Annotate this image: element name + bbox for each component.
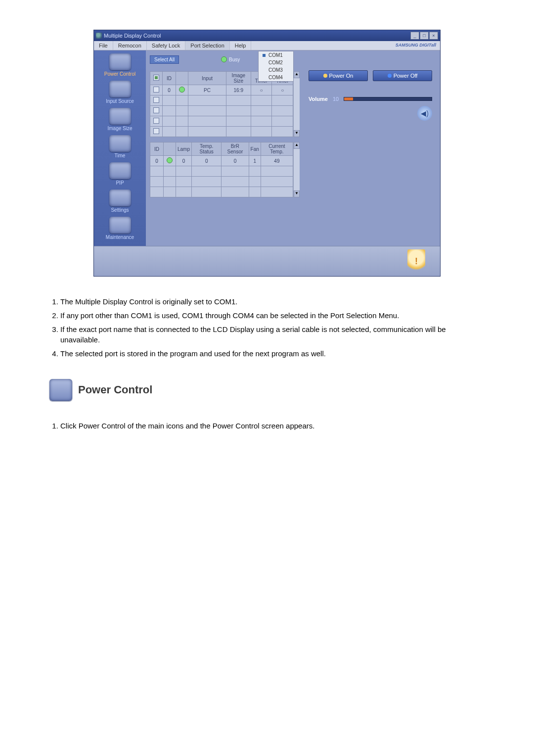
col-fan: Fan	[249, 142, 261, 156]
doc-item: The Multiple Display Control is original…	[60, 296, 485, 307]
app-window: Multiple Display Control _ □ × File Remo…	[93, 30, 441, 277]
app-icon	[96, 33, 102, 39]
table-row	[150, 187, 293, 197]
section-title: Power Control	[78, 383, 152, 396]
port-option-com1[interactable]: COM1	[259, 51, 293, 59]
minimize-button[interactable]: _	[410, 32, 419, 40]
table-row	[150, 116, 293, 127]
sidebar-item-power-control[interactable]: Power Control	[94, 50, 146, 78]
sidebar-item-image-size[interactable]: Image Size	[94, 105, 146, 132]
table-scrollbar[interactable]: ▲ ▼	[293, 71, 300, 137]
scroll-up-icon[interactable]: ▲	[294, 142, 300, 149]
col-brr-sensor: BrR Sensor	[222, 142, 249, 156]
menu-help[interactable]: Help	[230, 41, 252, 50]
pip-icon	[109, 162, 131, 179]
select-all-button[interactable]: Select All	[150, 55, 179, 64]
settings-icon	[109, 189, 131, 206]
power-on-label: Power On	[329, 73, 354, 79]
menu-safety-lock[interactable]: Safety Lock	[147, 41, 185, 50]
doc-item: If the exact port name that is connected…	[60, 324, 485, 346]
cell-off-timer: ○	[272, 85, 293, 95]
table-row	[150, 177, 293, 187]
cell-id: 0	[150, 156, 164, 166]
sidebar-item-settings[interactable]: Settings	[94, 187, 146, 214]
volume-fill	[344, 97, 353, 100]
header-checkbox[interactable]	[153, 75, 159, 81]
col-id: ID	[163, 72, 176, 85]
brand-label: SAMSUNG DIGITall	[396, 43, 436, 47]
power-off-dot-icon	[388, 74, 392, 78]
volume-value: 10	[333, 96, 339, 102]
scroll-down-icon[interactable]: ▼	[294, 130, 300, 137]
volume-label: Volume	[309, 96, 328, 102]
menu-remocon[interactable]: Remocon	[113, 41, 147, 50]
cell-input: PC	[188, 85, 226, 95]
sidebar-item-input-source[interactable]: Input Source	[94, 78, 146, 105]
table-scrollbar[interactable]: ▲ ▼	[293, 142, 300, 197]
cell-current-temp: 49	[261, 156, 293, 166]
warning-bulb-icon	[407, 249, 425, 273]
cell-on-timer: ○	[251, 85, 272, 95]
status-bar	[94, 246, 440, 276]
power-control-icon	[109, 53, 131, 70]
menubar: File Remocon Safety Lock Port Selection …	[94, 41, 440, 50]
volume-slider[interactable]	[344, 97, 432, 101]
doc-text-1: The Multiple Display Control is original…	[49, 296, 485, 359]
cell-lamp: 0	[176, 156, 192, 166]
menu-file[interactable]: File	[94, 41, 113, 50]
sidebar: Power Control Input Source Image Size Ti…	[94, 50, 146, 246]
row-checkbox[interactable]	[153, 87, 159, 93]
titlebar: Multiple Display Control _ □ ×	[94, 30, 440, 41]
sidebar-item-maintenance[interactable]: Maintenance	[94, 214, 146, 241]
scroll-up-icon[interactable]: ▲	[294, 71, 300, 78]
port-option-com4[interactable]: COM4	[259, 74, 293, 81]
sidebar-item-time[interactable]: Time	[94, 132, 146, 159]
power-control-section-icon	[49, 379, 72, 401]
image-size-icon	[109, 108, 131, 125]
cell-id: 0	[163, 85, 176, 95]
maximize-button[interactable]: □	[420, 32, 429, 40]
busy-label: Busy	[229, 57, 240, 62]
table-row	[150, 127, 293, 137]
col-current-temp: Current Temp.	[261, 142, 293, 156]
time-icon	[109, 135, 131, 152]
power-panel: Power On Power Off Volume 10 ◀)	[304, 50, 440, 246]
table-row	[150, 95, 293, 106]
doc-text-2: Click Power Control of the main icons an…	[49, 421, 485, 431]
section-header: Power Control	[49, 379, 485, 401]
table-row[interactable]: 0 0 0 0 1 49	[150, 156, 293, 166]
cell-fan: 1	[249, 156, 261, 166]
window-title: Multiple Display Control	[104, 33, 161, 39]
sidebar-item-pip[interactable]: PIP	[94, 159, 146, 187]
table-row	[150, 106, 293, 116]
table-row	[150, 166, 293, 177]
doc-item: Click Power Control of the main icons an…	[60, 421, 485, 431]
port-option-com3[interactable]: COM3	[259, 66, 293, 74]
close-button[interactable]: ×	[429, 32, 438, 40]
cell-image-size: 16:9	[226, 85, 251, 95]
cell-brr: 0	[222, 156, 249, 166]
table-row[interactable]: 0 PC 16:9 ○ ○	[150, 85, 293, 95]
menu-port-selection[interactable]: Port Selection	[185, 41, 229, 50]
busy-indicator: Busy	[221, 56, 240, 62]
status-dot-icon	[179, 87, 185, 93]
power-on-button[interactable]: Power On	[309, 70, 368, 81]
doc-item: If any port other than COM1 is used, COM…	[60, 310, 485, 321]
row-checkbox[interactable]	[153, 128, 159, 134]
col-status	[176, 72, 188, 85]
row-checkbox[interactable]	[153, 107, 159, 113]
row-checkbox[interactable]	[153, 118, 159, 124]
status-table: ID Lamp Temp. Status BrR Sensor Fan Curr…	[150, 142, 293, 197]
col-temp-status: Temp. Status	[192, 142, 222, 156]
scroll-down-icon[interactable]: ▼	[294, 190, 300, 197]
speaker-icon[interactable]: ◀)	[417, 106, 432, 121]
port-option-com2[interactable]: COM2	[259, 59, 293, 66]
row-checkbox[interactable]	[153, 97, 159, 103]
power-off-button[interactable]: Power Off	[373, 70, 432, 81]
power-on-dot-icon	[323, 74, 327, 78]
busy-dot-icon	[221, 56, 227, 62]
col-input: Input	[188, 72, 226, 85]
table-header-row: ID Lamp Temp. Status BrR Sensor Fan Curr…	[150, 142, 293, 156]
input-source-icon	[109, 81, 131, 97]
power-off-label: Power Off	[394, 73, 418, 79]
